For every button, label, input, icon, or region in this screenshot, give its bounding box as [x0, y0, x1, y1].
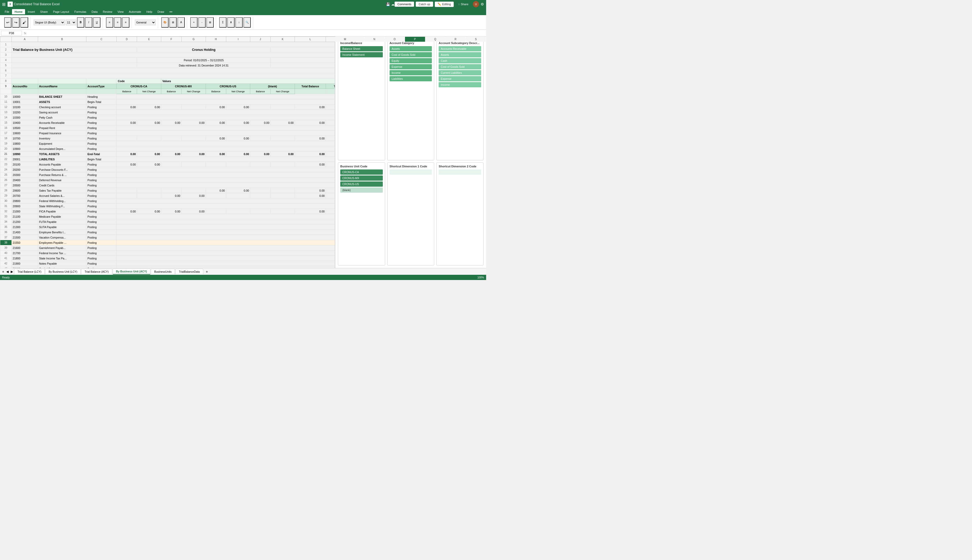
cell-accttype[interactable]: Posting — [86, 214, 117, 219]
cell[interactable] — [250, 188, 271, 193]
app-grid-icon[interactable]: ⊞ — [2, 2, 5, 7]
tab-page-layout[interactable]: Page Layout — [50, 9, 72, 14]
tab-automate[interactable]: Automate — [126, 9, 144, 14]
tab-draw[interactable]: Draw — [155, 9, 167, 14]
cell-cronus-ca[interactable]: CRONUS-CA — [117, 84, 161, 89]
cell-acctname[interactable]: ASSETS — [38, 99, 86, 105]
cell-acctno[interactable]: 10500 — [12, 125, 38, 131]
find-select[interactable]: 🔍 — [243, 17, 251, 28]
col-header-r[interactable]: R — [445, 37, 466, 42]
cell-acctno[interactable]: 20001 — [12, 157, 38, 162]
col-header-i[interactable]: I — [226, 37, 250, 42]
tab-more[interactable]: ••• — [167, 9, 175, 14]
cell-acctno[interactable]: 10400 — [12, 120, 38, 125]
cell-acctno[interactable]: 20300 — [12, 172, 38, 178]
cell[interactable] — [181, 136, 206, 141]
cell[interactable] — [117, 94, 364, 99]
filter-item-cronus-mx[interactable]: CRONUS-MX — [340, 175, 383, 181]
cell-acctno[interactable]: 21550 — [12, 240, 38, 245]
cell-accttype[interactable]: Posting — [86, 146, 117, 152]
cell-total-balance[interactable]: Total Balance — [295, 84, 326, 89]
cell-accttype[interactable]: Posting — [86, 120, 117, 125]
cell[interactable]: 0.00 — [271, 120, 295, 125]
col-header-g[interactable]: G — [181, 37, 206, 42]
cell-acctno[interactable]: 20200 — [12, 167, 38, 172]
user-avatar[interactable]: U — [473, 1, 479, 7]
cell[interactable]: 0.00 — [295, 209, 326, 214]
cell-netchange-us[interactable]: Net Change — [226, 89, 250, 94]
cell[interactable] — [117, 214, 364, 219]
tab-home[interactable]: Home — [12, 9, 25, 14]
save-icon[interactable]: 💾 — [386, 2, 390, 6]
cell[interactable]: 0.00 — [181, 193, 206, 198]
cell-acctno[interactable]: 21900 — [12, 261, 38, 266]
cell-accttype[interactable]: Posting — [86, 219, 117, 225]
cell-acctno[interactable]: 20800 — [12, 198, 38, 203]
cell-acct-name[interactable]: AccountName — [38, 84, 86, 89]
col-header-s[interactable]: S — [466, 37, 486, 42]
number-format-selector[interactable]: General — [135, 20, 156, 25]
cell-accttype[interactable]: Posting — [86, 167, 117, 172]
cell[interactable] — [226, 162, 250, 167]
cell[interactable] — [206, 209, 226, 214]
cell[interactable] — [117, 256, 364, 261]
cell-accttype[interactable]: End-Total — [86, 152, 117, 157]
cell-data-retrieved[interactable]: Data retrieved: 31 December 2024 14:31 — [137, 63, 271, 68]
filter-item-income[interactable]: Income — [390, 70, 432, 75]
col-header-p-active[interactable]: P — [405, 37, 425, 42]
cell-acctname[interactable]: Inventory — [38, 136, 86, 141]
cell[interactable]: 0.00 — [206, 188, 226, 193]
tab-view[interactable]: View — [115, 9, 126, 14]
font-selector[interactable]: Segoe UI (Body) — [33, 20, 65, 25]
cell[interactable]: 0.00 — [206, 120, 226, 125]
cell-accttype[interactable]: Posting — [86, 198, 117, 203]
cell[interactable] — [117, 183, 364, 188]
cell-accttype[interactable]: Posting — [86, 266, 117, 268]
col-header-n[interactable]: N — [364, 37, 385, 42]
settings-icon[interactable]: ⚙ — [481, 2, 484, 6]
align-left[interactable]: ≡ — [106, 17, 113, 28]
share-button[interactable]: ↑ Share — [455, 2, 471, 7]
cell-styles[interactable]: A — [177, 17, 185, 28]
cell-acctno[interactable]: 21400 — [12, 230, 38, 235]
sheet-tab-bu-acy[interactable]: By Business Unit (ACY) — [113, 268, 150, 275]
filter-item-accounts-receivable[interactable]: Accounts Receivable — [438, 46, 481, 52]
filter-item-blank-bu[interactable]: (blank) — [340, 187, 383, 193]
catchup-button[interactable]: Catch up — [416, 2, 433, 7]
cell[interactable] — [137, 193, 161, 198]
cell-accttype[interactable]: Posting — [86, 209, 117, 214]
tab-data[interactable]: Data — [89, 9, 100, 14]
cell-accttype[interactable]: Posting — [86, 203, 117, 209]
cell-accttype[interactable]: Posting — [86, 136, 117, 141]
cell-acctname[interactable]: Prepaid Insurance — [38, 131, 86, 136]
italic-button[interactable]: I — [85, 17, 92, 28]
cell[interactable]: 0.00 — [206, 105, 226, 110]
cell-acctname[interactable]: Capital Stock — [38, 266, 86, 268]
cell-accttype[interactable]: Posting — [86, 183, 117, 188]
cell-acctno[interactable]: 10990 — [12, 152, 38, 157]
cell-accttype[interactable]: Heading — [86, 94, 117, 99]
cell[interactable] — [117, 110, 364, 115]
cell[interactable]: 0.00 — [226, 152, 250, 157]
cell[interactable]: 0.00 — [161, 209, 182, 214]
format-painter[interactable]: 🖌 — [20, 17, 28, 28]
sheet-tab-bu-lcy[interactable]: By Business Unit (LCY) — [45, 269, 80, 274]
cell[interactable] — [12, 89, 38, 94]
cell-accttype[interactable]: Posting — [86, 162, 117, 167]
tab-insert[interactable]: Insert — [25, 9, 38, 14]
cell[interactable]: 0.00 — [295, 136, 326, 141]
cell[interactable] — [161, 162, 182, 167]
cell[interactable] — [12, 58, 137, 63]
cell-accttype[interactable]: Posting — [86, 240, 117, 245]
cell[interactable] — [117, 230, 364, 235]
cell-acctno[interactable]: 30100 — [12, 266, 38, 268]
cell[interactable]: 0.00 — [226, 120, 250, 125]
font-size-selector[interactable]: 11 — [66, 20, 76, 25]
fill-button[interactable]: ⬇ — [227, 17, 234, 28]
cell-acctname[interactable]: Federal Income Tax ... — [38, 250, 86, 256]
col-header-l[interactable]: L — [295, 37, 326, 42]
cell-balance-us[interactable]: Balance — [206, 89, 226, 94]
cloud-icon[interactable]: ☁ — [391, 2, 395, 6]
col-header-h[interactable]: H — [206, 37, 226, 42]
cell[interactable] — [38, 89, 86, 94]
